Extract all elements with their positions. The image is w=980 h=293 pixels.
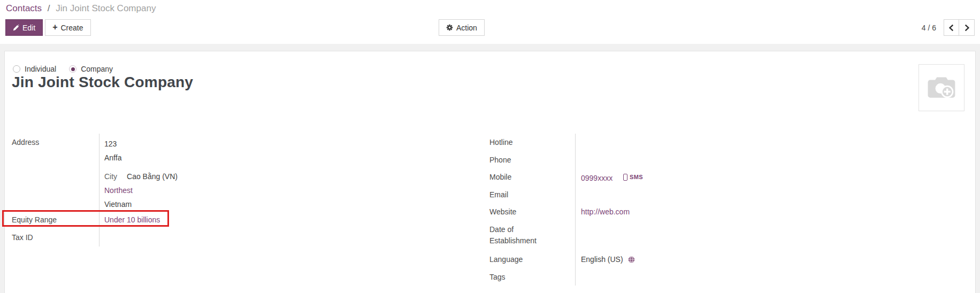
date-of-establishment-label: Date of Establishment (489, 221, 575, 251)
contact-name-title: Jin Joint Stock Company (12, 74, 193, 91)
tags-value (575, 268, 864, 286)
tags-label: Tags (489, 268, 575, 286)
chevron-right-icon (964, 24, 970, 32)
create-button-label: Create (60, 24, 83, 32)
field-row-mobile: Mobile 0999xxxx SMS (489, 168, 864, 186)
toolbar-buttons: Edit + Create (5, 19, 91, 36)
equity-range-value-cell: Under 10 billions (99, 211, 472, 229)
address-city-value: Cao Bằng (VN) (127, 172, 178, 181)
globe-icon[interactable] (628, 256, 635, 263)
edit-button[interactable]: Edit (5, 19, 43, 36)
address-street2: Anffa (104, 151, 472, 165)
field-row-phone: Phone (489, 151, 864, 168)
breadcrumb-contacts-link[interactable]: Contacts (6, 3, 42, 13)
mobile-value-cell: 0999xxxx SMS (575, 168, 864, 186)
contacts-form-page: Contacts / Jin Joint Stock Company Edit … (0, 0, 980, 293)
action-menu-label: Action (456, 24, 477, 32)
pager-counter: 4 / 6 (922, 24, 936, 32)
tax-id-label: Tax ID (12, 229, 99, 246)
pencil-icon (13, 25, 19, 31)
action-menu-button[interactable]: Action (439, 19, 485, 36)
website-label: Website (489, 203, 575, 221)
radio-company-circle (69, 65, 76, 73)
pager: 4 / 6 (922, 19, 975, 36)
email-label: Email (489, 186, 575, 203)
address-value: 123 Anffa City Cao Bằng (VN) Northest Vi… (99, 134, 472, 211)
breadcrumb-current: Jin Joint Stock Company (56, 3, 156, 13)
language-label: Language (489, 251, 575, 268)
camera-plus-icon (927, 75, 956, 101)
field-row-email: Email (489, 186, 864, 203)
radio-individual[interactable]: Individual (13, 65, 56, 73)
address-region-link[interactable]: Northest (104, 186, 133, 195)
pager-previous-button[interactable] (944, 19, 959, 36)
left-field-group: Address 123 Anffa City Cao Bằng (VN) Nor… (12, 134, 472, 246)
phone-label: Phone (489, 151, 575, 168)
breadcrumb-separator: / (48, 3, 50, 13)
control-panel: Contacts / Jin Joint Stock Company Edit … (0, 0, 980, 44)
hotline-label: Hotline (489, 134, 575, 151)
address-spacer (104, 165, 472, 169)
create-button[interactable]: + Create (45, 19, 90, 36)
phone-value (575, 151, 864, 168)
mobile-label: Mobile (489, 168, 575, 186)
contact-type-selector: Individual Company (13, 65, 113, 73)
right-field-group: Hotline Phone Mobile 0999xxxx SMS Email … (489, 134, 864, 286)
radio-individual-label: Individual (25, 65, 56, 73)
mobile-number-link[interactable]: 0999xxxx (581, 174, 612, 182)
tax-id-value (99, 229, 472, 246)
radio-company[interactable]: Company (69, 65, 113, 73)
field-row-language: Language English (US) (489, 251, 864, 268)
sms-phone-icon (623, 174, 627, 181)
radio-individual-circle (13, 65, 20, 73)
address-street: 123 (104, 137, 472, 151)
chevron-left-icon (948, 24, 954, 32)
pager-next-button[interactable] (959, 19, 975, 36)
address-city-label: City (104, 172, 117, 181)
pager-buttons (944, 19, 975, 36)
sms-button-label: SMS (630, 172, 643, 183)
field-row-website: Website http://web.com (489, 203, 864, 221)
field-row-address: Address 123 Anffa City Cao Bằng (VN) Nor… (12, 134, 472, 211)
equity-range-label: Equity Range (12, 211, 99, 229)
website-link[interactable]: http://web.com (581, 207, 630, 216)
plus-icon: + (52, 23, 57, 32)
address-city-line: City Cao Bằng (VN) (104, 169, 472, 183)
gear-icon (446, 24, 453, 31)
edit-button-label: Edit (22, 24, 35, 32)
address-country: Vietnam (104, 197, 472, 211)
field-row-date-of-establishment: Date of Establishment (489, 221, 864, 251)
hotline-value (575, 134, 864, 151)
field-row-tax-id: Tax ID (12, 229, 472, 246)
date-of-establishment-value (575, 221, 864, 251)
website-value-cell: http://web.com (575, 203, 864, 221)
breadcrumb: Contacts / Jin Joint Stock Company (6, 3, 156, 14)
contact-image-placeholder (918, 64, 964, 111)
address-region-line: Northest (104, 183, 472, 197)
language-value-cell: English (US) (575, 251, 864, 268)
send-sms-button[interactable]: SMS (623, 172, 643, 183)
action-menu-wrap: Action (439, 19, 485, 36)
date-of-establishment-label-text: Date of Establishment (489, 224, 549, 246)
email-value (575, 186, 864, 203)
address-label: Address (12, 134, 99, 211)
language-value: English (US) (581, 254, 623, 265)
field-row-hotline: Hotline (489, 134, 864, 151)
field-row-tags: Tags (489, 268, 864, 286)
field-row-equity-range: Equity Range Under 10 billions (12, 211, 472, 229)
radio-company-label: Company (81, 65, 113, 73)
equity-range-value-link[interactable]: Under 10 billions (104, 215, 160, 224)
